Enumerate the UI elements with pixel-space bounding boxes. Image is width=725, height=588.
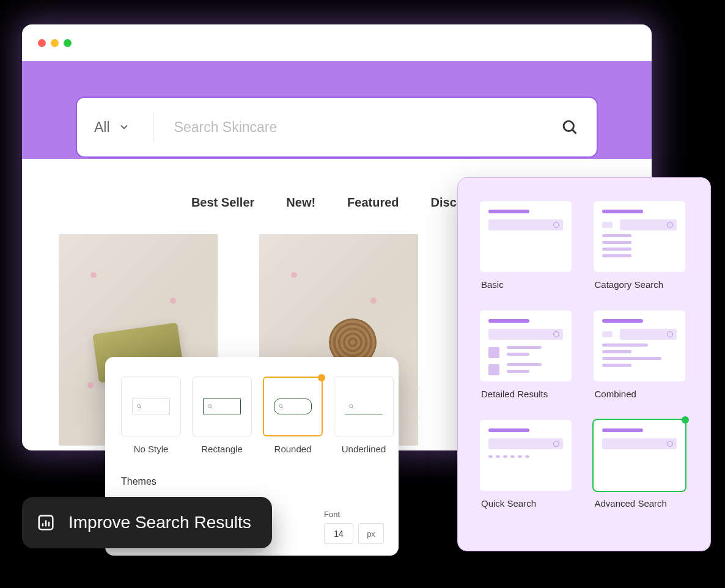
template-advanced-search[interactable] xyxy=(594,420,685,491)
search-filter-label: All xyxy=(94,119,110,136)
style-option-underlined[interactable] xyxy=(334,377,394,436)
svg-line-7 xyxy=(282,407,284,409)
bar-chart-icon xyxy=(37,513,55,532)
search-input[interactable] xyxy=(153,119,561,136)
search-bar: All xyxy=(76,97,598,158)
font-size-input[interactable]: 14 xyxy=(324,523,353,544)
search-icon[interactable] xyxy=(561,119,578,136)
maximize-icon[interactable] xyxy=(64,39,72,47)
nav-tab-best-seller[interactable]: Best Seller xyxy=(191,196,254,210)
nav-tab-new[interactable]: New! xyxy=(286,196,315,210)
template-label: Detailed Results xyxy=(481,389,575,399)
search-filter-dropdown[interactable]: All xyxy=(94,119,153,136)
template-quick-search[interactable] xyxy=(480,420,572,491)
style-option-rectangle[interactable] xyxy=(192,377,252,436)
template-combined[interactable] xyxy=(594,311,685,381)
font-unit-select[interactable]: px xyxy=(358,523,384,544)
themes-heading: Themes xyxy=(121,476,383,487)
font-label: Font xyxy=(324,510,340,519)
svg-line-9 xyxy=(352,406,354,408)
template-basic[interactable] xyxy=(480,201,572,272)
selected-indicator-icon xyxy=(318,374,325,381)
style-option-rounded[interactable] xyxy=(263,377,323,436)
template-label: Basic xyxy=(481,279,575,290)
svg-line-1 xyxy=(572,130,576,133)
close-icon[interactable] xyxy=(38,39,46,47)
style-option-label: No Style xyxy=(121,444,181,454)
style-option-no-style[interactable] xyxy=(121,377,181,436)
chevron-down-icon xyxy=(119,122,130,133)
svg-line-5 xyxy=(211,407,213,409)
template-label: Quick Search xyxy=(481,498,575,509)
hero-banner: All xyxy=(22,61,652,159)
template-label: Advanced Search xyxy=(595,498,689,509)
nav-tab-featured[interactable]: Featured xyxy=(347,196,399,210)
improve-search-results-button[interactable]: Improve Search Results xyxy=(22,497,272,548)
selected-indicator-icon xyxy=(682,416,689,424)
template-label: Catagory Search xyxy=(595,279,689,290)
template-label: Combined xyxy=(595,389,689,399)
style-option-label: Rectangle xyxy=(192,444,252,454)
style-option-label: Rounded xyxy=(263,444,323,454)
template-detailed-results[interactable] xyxy=(480,311,572,381)
svg-point-0 xyxy=(564,121,573,131)
minimize-icon[interactable] xyxy=(51,39,59,47)
layout-templates-panel: Basic Catagory Search Detailed Results xyxy=(457,177,711,551)
style-option-label: Underlined xyxy=(334,444,394,454)
svg-line-3 xyxy=(140,407,142,409)
template-category-search[interactable] xyxy=(594,201,685,272)
window-titlebar xyxy=(22,24,652,61)
improve-button-label: Improve Search Results xyxy=(68,513,251,532)
